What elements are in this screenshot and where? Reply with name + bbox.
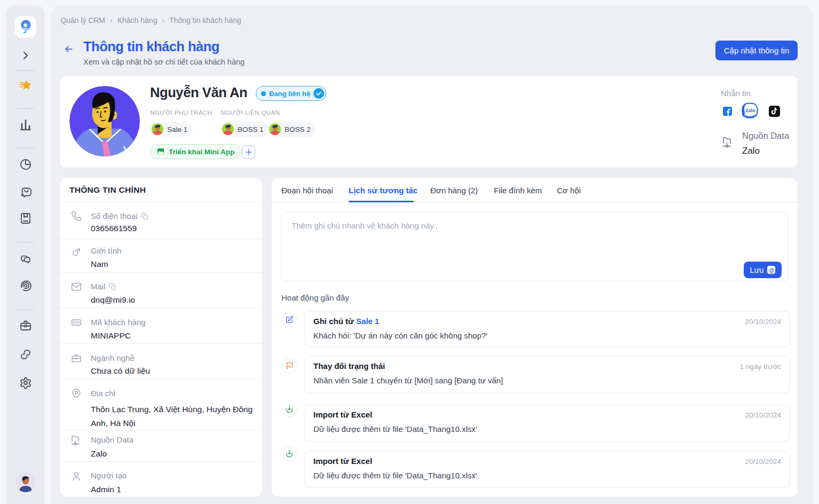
svg-text:Zalo: Zalo [745, 108, 755, 113]
